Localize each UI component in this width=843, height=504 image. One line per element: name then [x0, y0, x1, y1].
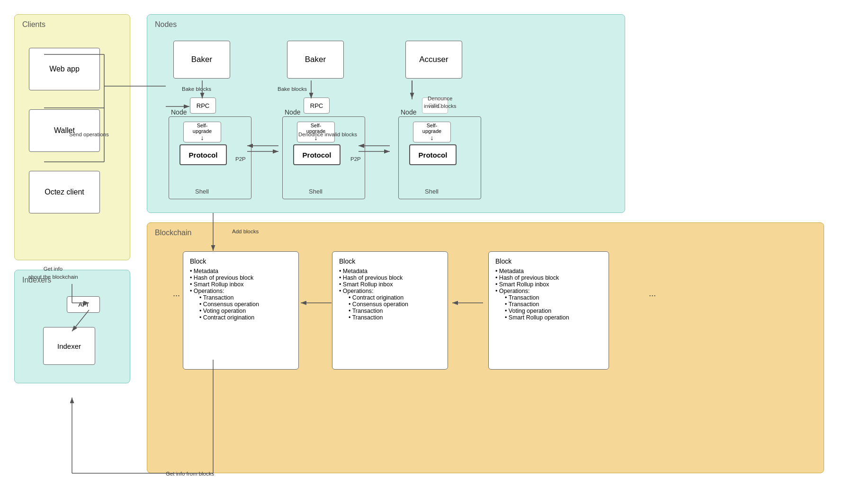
region-blockchain: Blockchain Block Metadata Hash of previo…: [147, 222, 824, 473]
baker2-box: Baker: [287, 41, 344, 79]
rpc2-box: RPC: [304, 97, 330, 114]
ellipsis-left: ...: [173, 289, 180, 299]
shell2-label: Shell: [309, 188, 323, 195]
self-upgrade1: Self- upgrade ↓: [183, 122, 221, 142]
block2-title: Block: [339, 257, 441, 265]
protocol3-box: Protocol: [409, 144, 457, 165]
region-indexers: Indexers API Indexer: [14, 270, 130, 383]
shell1-label: Shell: [195, 188, 209, 195]
shell3-label: Shell: [425, 188, 439, 195]
accuser-box: Accuser: [405, 41, 462, 79]
node3-container: Node Self- upgrade ↓ Protocol Shell: [398, 116, 481, 199]
diagram-container: Clients Web app Wallet Octez client Node…: [0, 0, 843, 504]
block1-box: Block Metadata Hash of previous block Sm…: [183, 251, 299, 370]
region-clients: Clients Web app Wallet Octez client: [14, 14, 130, 260]
bake-blocks2-label: Bake blocks: [278, 86, 307, 92]
denounce-label: Denounce invalid blocks: [298, 132, 357, 137]
p2p2-label: P2P: [350, 156, 361, 162]
clients-label: Clients: [22, 20, 45, 29]
ellipsis-right: ...: [649, 289, 656, 299]
block2-list: Metadata Hash of previous block Smart Ro…: [339, 268, 441, 321]
node1-label: Node: [171, 108, 187, 116]
block2-box: Block Metadata Hash of previous block Sm…: [332, 251, 448, 370]
block3-box: Block Metadata Hash of previous block Sm…: [488, 251, 609, 370]
denounce-invalid-label: Denounceinvalid blocks: [424, 95, 456, 110]
web-app-box: Web app: [29, 48, 100, 90]
octez-client-box: Octez client: [29, 171, 100, 213]
indexer-box: Indexer: [43, 327, 95, 365]
add-blocks-label: Add blocks: [232, 229, 259, 234]
nodes-label: Nodes: [155, 20, 177, 29]
bake-blocks1-label: Bake blocks: [182, 86, 211, 92]
send-operations-label: Send operations: [69, 132, 109, 137]
get-info-blocks-label: Get info from blocks: [166, 471, 214, 477]
protocol2-box: Protocol: [293, 144, 341, 165]
self-upgrade3: Self- upgrade ↓: [413, 122, 451, 142]
block3-list: Metadata Hash of previous block Smart Ro…: [495, 268, 602, 321]
rpc1-box: RPC: [190, 97, 216, 114]
baker1-box: Baker: [173, 41, 230, 79]
p2p1-label: P2P: [235, 156, 246, 162]
get-info-blockchain-label: Get infoabout the blockchain: [25, 265, 81, 282]
block1-title: Block: [190, 257, 292, 265]
api-box: API: [67, 296, 100, 313]
wallet-box: Wallet: [29, 109, 100, 152]
block3-title: Block: [495, 257, 602, 265]
protocol1-box: Protocol: [179, 144, 227, 165]
region-nodes: Nodes Baker Baker Accuser RPC RPC RPC No…: [147, 14, 625, 213]
node3-label: Node: [401, 108, 416, 116]
node2-label: Node: [285, 108, 300, 116]
blockchain-label: Blockchain: [155, 229, 191, 237]
block1-list: Metadata Hash of previous block Smart Ro…: [190, 268, 292, 321]
